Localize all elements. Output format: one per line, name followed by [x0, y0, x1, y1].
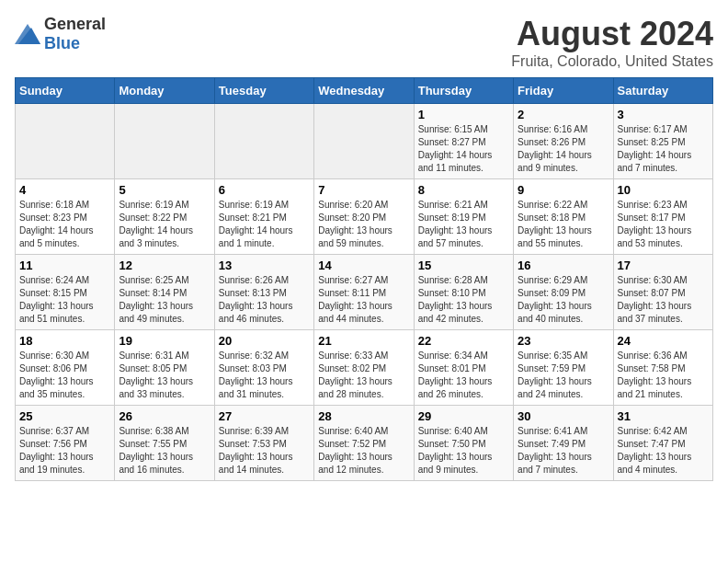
calendar-cell: 21Sunrise: 6:33 AM Sunset: 8:02 PM Dayli… — [314, 330, 414, 406]
calendar-table: SundayMondayTuesdayWednesdayThursdayFrid… — [15, 77, 713, 481]
logo-blue: Blue — [44, 34, 80, 52]
day-number: 19 — [119, 334, 210, 348]
day-info: Sunrise: 6:24 AM Sunset: 8:15 PM Dayligh… — [19, 274, 110, 326]
calendar-cell: 24Sunrise: 6:36 AM Sunset: 7:58 PM Dayli… — [613, 330, 712, 406]
calendar-cell — [115, 104, 214, 179]
weekday-header: Saturday — [613, 78, 712, 104]
day-number: 7 — [318, 183, 409, 197]
calendar-cell: 15Sunrise: 6:28 AM Sunset: 8:10 PM Dayli… — [414, 255, 513, 330]
weekday-header: Sunday — [16, 78, 115, 104]
day-info: Sunrise: 6:21 AM Sunset: 8:19 PM Dayligh… — [418, 199, 509, 250]
calendar-cell: 7Sunrise: 6:20 AM Sunset: 8:20 PM Daylig… — [314, 179, 414, 255]
day-number: 2 — [518, 108, 609, 121]
calendar-cell: 19Sunrise: 6:31 AM Sunset: 8:05 PM Dayli… — [115, 330, 214, 406]
day-info: Sunrise: 6:23 AM Sunset: 8:17 PM Dayligh… — [618, 199, 709, 250]
day-info: Sunrise: 6:37 AM Sunset: 7:56 PM Dayligh… — [19, 425, 110, 477]
day-info: Sunrise: 6:40 AM Sunset: 7:50 PM Dayligh… — [418, 425, 509, 477]
calendar-week-row: 4Sunrise: 6:18 AM Sunset: 8:23 PM Daylig… — [16, 179, 713, 255]
calendar-cell — [314, 104, 414, 179]
day-info: Sunrise: 6:42 AM Sunset: 7:47 PM Dayligh… — [618, 425, 709, 477]
weekday-header: Tuesday — [214, 78, 313, 104]
calendar-cell — [214, 104, 313, 179]
day-number: 24 — [618, 334, 709, 348]
calendar-cell: 30Sunrise: 6:41 AM Sunset: 7:49 PM Dayli… — [514, 406, 613, 481]
header-row: SundayMondayTuesdayWednesdayThursdayFrid… — [16, 78, 713, 104]
day-info: Sunrise: 6:32 AM Sunset: 8:03 PM Dayligh… — [219, 350, 310, 401]
logo-text: General Blue — [44, 15, 106, 53]
day-number: 25 — [19, 409, 110, 423]
day-info: Sunrise: 6:17 AM Sunset: 8:25 PM Dayligh… — [618, 123, 709, 175]
weekday-header: Friday — [514, 78, 613, 104]
calendar-cell: 8Sunrise: 6:21 AM Sunset: 8:19 PM Daylig… — [414, 179, 513, 255]
calendar-cell: 6Sunrise: 6:19 AM Sunset: 8:21 PM Daylig… — [214, 179, 313, 255]
calendar-cell: 13Sunrise: 6:26 AM Sunset: 8:13 PM Dayli… — [214, 255, 313, 330]
day-number: 27 — [219, 409, 310, 423]
calendar-cell: 27Sunrise: 6:39 AM Sunset: 7:53 PM Dayli… — [214, 406, 313, 481]
calendar-cell: 28Sunrise: 6:40 AM Sunset: 7:52 PM Dayli… — [314, 406, 414, 481]
calendar-cell: 4Sunrise: 6:18 AM Sunset: 8:23 PM Daylig… — [16, 179, 115, 255]
day-number: 20 — [219, 334, 310, 348]
calendar-cell: 29Sunrise: 6:40 AM Sunset: 7:50 PM Dayli… — [414, 406, 513, 481]
calendar-week-row: 25Sunrise: 6:37 AM Sunset: 7:56 PM Dayli… — [16, 406, 713, 481]
day-number: 23 — [518, 334, 609, 348]
calendar-cell — [16, 104, 115, 179]
day-info: Sunrise: 6:33 AM Sunset: 8:02 PM Dayligh… — [318, 350, 409, 401]
weekday-header: Monday — [115, 78, 214, 104]
calendar-week-row: 1Sunrise: 6:15 AM Sunset: 8:27 PM Daylig… — [16, 104, 713, 179]
calendar-cell: 2Sunrise: 6:16 AM Sunset: 8:26 PM Daylig… — [514, 104, 613, 179]
logo-general: General — [44, 15, 106, 33]
day-info: Sunrise: 6:38 AM Sunset: 7:55 PM Dayligh… — [119, 425, 210, 477]
weekday-header: Wednesday — [314, 78, 414, 104]
day-number: 9 — [518, 183, 609, 197]
day-number: 30 — [518, 409, 609, 423]
subtitle: Fruita, Colorado, United States — [511, 53, 713, 70]
day-info: Sunrise: 6:39 AM Sunset: 7:53 PM Dayligh… — [219, 425, 310, 477]
day-number: 13 — [219, 259, 310, 272]
day-info: Sunrise: 6:29 AM Sunset: 8:09 PM Dayligh… — [518, 274, 609, 326]
day-number: 14 — [318, 259, 409, 272]
calendar-cell: 31Sunrise: 6:42 AM Sunset: 7:47 PM Dayli… — [613, 406, 712, 481]
day-number: 18 — [19, 334, 110, 348]
day-number: 21 — [318, 334, 409, 348]
day-info: Sunrise: 6:35 AM Sunset: 7:59 PM Dayligh… — [518, 350, 609, 401]
calendar-cell: 22Sunrise: 6:34 AM Sunset: 8:01 PM Dayli… — [414, 330, 513, 406]
weekday-header: Thursday — [414, 78, 513, 104]
calendar-week-row: 11Sunrise: 6:24 AM Sunset: 8:15 PM Dayli… — [16, 255, 713, 330]
calendar-cell: 14Sunrise: 6:27 AM Sunset: 8:11 PM Dayli… — [314, 255, 414, 330]
day-number: 12 — [119, 259, 210, 272]
day-info: Sunrise: 6:30 AM Sunset: 8:07 PM Dayligh… — [618, 274, 709, 326]
calendar-week-row: 18Sunrise: 6:30 AM Sunset: 8:06 PM Dayli… — [16, 330, 713, 406]
calendar-cell: 16Sunrise: 6:29 AM Sunset: 8:09 PM Dayli… — [514, 255, 613, 330]
calendar-cell: 18Sunrise: 6:30 AM Sunset: 8:06 PM Dayli… — [16, 330, 115, 406]
calendar-cell: 1Sunrise: 6:15 AM Sunset: 8:27 PM Daylig… — [414, 104, 513, 179]
day-number: 28 — [318, 409, 409, 423]
day-number: 22 — [418, 334, 509, 348]
day-info: Sunrise: 6:20 AM Sunset: 8:20 PM Dayligh… — [318, 199, 409, 250]
day-info: Sunrise: 6:25 AM Sunset: 8:14 PM Dayligh… — [119, 274, 210, 326]
calendar-cell: 23Sunrise: 6:35 AM Sunset: 7:59 PM Dayli… — [514, 330, 613, 406]
calendar-cell: 25Sunrise: 6:37 AM Sunset: 7:56 PM Dayli… — [16, 406, 115, 481]
day-info: Sunrise: 6:30 AM Sunset: 8:06 PM Dayligh… — [19, 350, 110, 401]
day-info: Sunrise: 6:26 AM Sunset: 8:13 PM Dayligh… — [219, 274, 310, 326]
day-number: 17 — [618, 259, 709, 272]
calendar-cell: 9Sunrise: 6:22 AM Sunset: 8:18 PM Daylig… — [514, 179, 613, 255]
day-number: 10 — [618, 183, 709, 197]
day-number: 3 — [618, 108, 709, 121]
calendar-cell: 20Sunrise: 6:32 AM Sunset: 8:03 PM Dayli… — [214, 330, 313, 406]
day-info: Sunrise: 6:27 AM Sunset: 8:11 PM Dayligh… — [318, 274, 409, 326]
logo-icon — [15, 24, 40, 44]
day-info: Sunrise: 6:19 AM Sunset: 8:21 PM Dayligh… — [219, 199, 310, 250]
calendar-cell: 26Sunrise: 6:38 AM Sunset: 7:55 PM Dayli… — [115, 406, 214, 481]
day-info: Sunrise: 6:15 AM Sunset: 8:27 PM Dayligh… — [418, 123, 509, 175]
day-info: Sunrise: 6:40 AM Sunset: 7:52 PM Dayligh… — [318, 425, 409, 477]
day-number: 5 — [119, 183, 210, 197]
main-title: August 2024 — [511, 15, 713, 53]
day-number: 26 — [119, 409, 210, 423]
day-info: Sunrise: 6:31 AM Sunset: 8:05 PM Dayligh… — [119, 350, 210, 401]
calendar-cell: 11Sunrise: 6:24 AM Sunset: 8:15 PM Dayli… — [16, 255, 115, 330]
day-info: Sunrise: 6:36 AM Sunset: 7:58 PM Dayligh… — [618, 350, 709, 401]
day-info: Sunrise: 6:16 AM Sunset: 8:26 PM Dayligh… — [518, 123, 609, 175]
day-info: Sunrise: 6:41 AM Sunset: 7:49 PM Dayligh… — [518, 425, 609, 477]
day-number: 31 — [618, 409, 709, 423]
day-number: 15 — [418, 259, 509, 272]
